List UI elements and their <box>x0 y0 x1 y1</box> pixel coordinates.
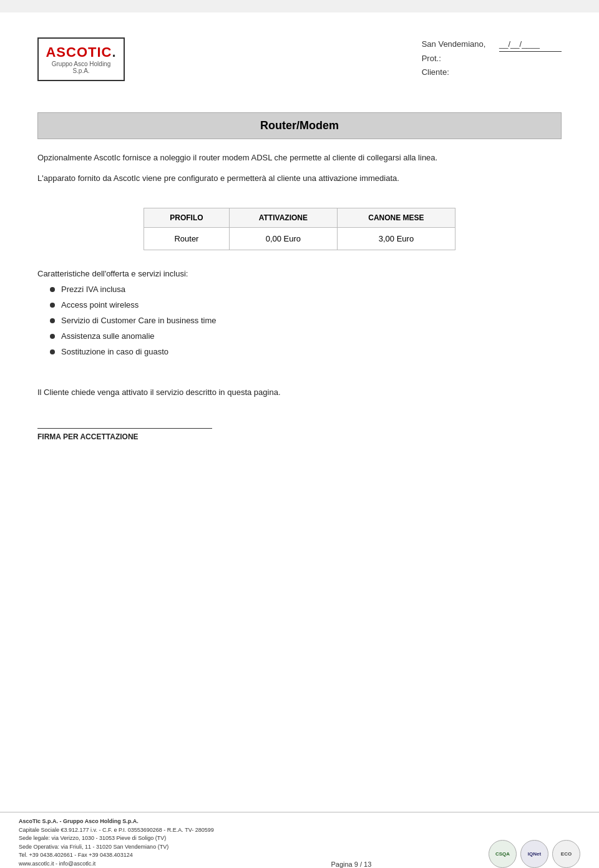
eco-badge: ECO <box>552 840 580 868</box>
pricing-table: PROFILO ATTIVAZIONE CANONE MESE Router 0… <box>144 208 455 250</box>
list-item: Access point wireless <box>50 300 562 310</box>
logo-subtext: Gruppo Asco Holding S.p.A. <box>44 61 119 74</box>
bullet-icon <box>50 349 55 354</box>
footer-line5: Tel. +39 0438.402661 - Fax +39 0438.4031… <box>19 851 214 860</box>
footer-certifications: CSQA IQNet ECO <box>489 840 580 868</box>
footer-line6: www.ascotlc.it - info@ascotlc.it <box>19 860 214 869</box>
logo-area: ASCOTIC. Gruppo Asco Holding S.p.A. <box>37 37 125 81</box>
table-header-attivazione: ATTIVAZIONE <box>229 208 337 227</box>
table-row: Router 0,00 Euro 3,00 Euro <box>144 227 455 250</box>
logo-dot: . <box>112 44 116 60</box>
footer-page-number: Pagina 9 / 13 <box>331 861 371 868</box>
table-header-canone: CANONE MESE <box>337 208 455 227</box>
client-request-text: Il Cliente chiede venga attivato il serv… <box>37 388 562 397</box>
feature-text: Prezzi IVA inclusa <box>61 285 125 294</box>
bullet-icon <box>50 303 55 308</box>
company-name: AscoTIc S.p.A. - Gruppo Asco Holding S.p… <box>19 817 214 826</box>
footer: AscoTIc S.p.A. - Gruppo Asco Holding S.p… <box>0 812 599 868</box>
iqnet-badge: IQNet <box>520 840 548 868</box>
intro-paragraph-2: L'apparato fornito da AscotIc viene pre … <box>37 172 562 185</box>
bullet-icon <box>50 318 55 323</box>
cliente-line: Cliente: <box>422 66 562 79</box>
footer-company-info: AscoTIc S.p.A. - Gruppo Asco Holding S.p… <box>19 817 214 868</box>
feature-text: Access point wireless <box>61 300 139 310</box>
intro-paragraph-1: Opzionalmente AscotIc fornisce a noleggi… <box>37 152 562 165</box>
footer-line3: Sede legale: via Verizzo, 1030 - 31053 P… <box>19 834 214 843</box>
logo-box: ASCOTIC. Gruppo Asco Holding S.p.A. <box>37 37 125 81</box>
header: ASCOTIC. Gruppo Asco Holding S.p.A. San … <box>37 37 562 81</box>
page: ASCOTIC. Gruppo Asco Holding S.p.A. San … <box>0 12 599 868</box>
signature-label: FIRMA PER ACCETTAZIONE <box>37 432 562 441</box>
pricing-table-wrapper: PROFILO ATTIVAZIONE CANONE MESE Router 0… <box>37 208 562 250</box>
list-item: Prezzi IVA inclusa <box>50 285 562 294</box>
list-item: Sostituzione in caso di guasto <box>50 347 562 356</box>
page-title: Router/Modem <box>37 112 562 139</box>
logo-text: ASCOTIC. <box>46 44 116 61</box>
feature-text: Assistenza sulle anomalie <box>61 331 155 341</box>
bullet-icon <box>50 287 55 292</box>
logo-red-text: ASCOTIC <box>46 44 112 60</box>
header-right: San Vendemiano, __/__/____ Prot.: Client… <box>422 37 562 79</box>
location-text: San Vendemiano, <box>422 39 486 49</box>
csqa-badge: CSQA <box>489 840 517 868</box>
feature-text: Sostituzione in caso di guasto <box>61 347 168 356</box>
table-header-profilo: PROFILO <box>144 208 230 227</box>
features-title: Caratteristiche dell'offerta e servizi i… <box>37 269 562 278</box>
footer-line2: Capitale Sociale €3.912.177 i.v. - C.F. … <box>19 826 214 835</box>
signature-line <box>37 428 212 429</box>
bullet-icon <box>50 334 55 339</box>
table-cell-canone: 3,00 Euro <box>337 227 455 250</box>
signature-area: FIRMA PER ACCETTAZIONE <box>37 428 562 441</box>
footer-line4: Sede Operativa: via Friuli, 11 - 31020 S… <box>19 843 214 852</box>
table-cell-profilo: Router <box>144 227 230 250</box>
feature-text: Servizio di Customer Care in business ti… <box>61 316 217 325</box>
location-line: San Vendemiano, __/__/____ <box>422 37 562 52</box>
table-cell-attivazione: 0,00 Euro <box>229 227 337 250</box>
cliente-label: Cliente: <box>422 67 449 77</box>
features-list: Prezzi IVA inclusa Access point wireless… <box>37 285 562 363</box>
list-item: Servizio di Customer Care in business ti… <box>50 316 562 325</box>
list-item: Assistenza sulle anomalie <box>50 331 562 341</box>
prot-line: Prot.: <box>422 52 562 66</box>
prot-label: Prot.: <box>422 54 441 63</box>
date-field: __/__/____ <box>499 37 562 52</box>
